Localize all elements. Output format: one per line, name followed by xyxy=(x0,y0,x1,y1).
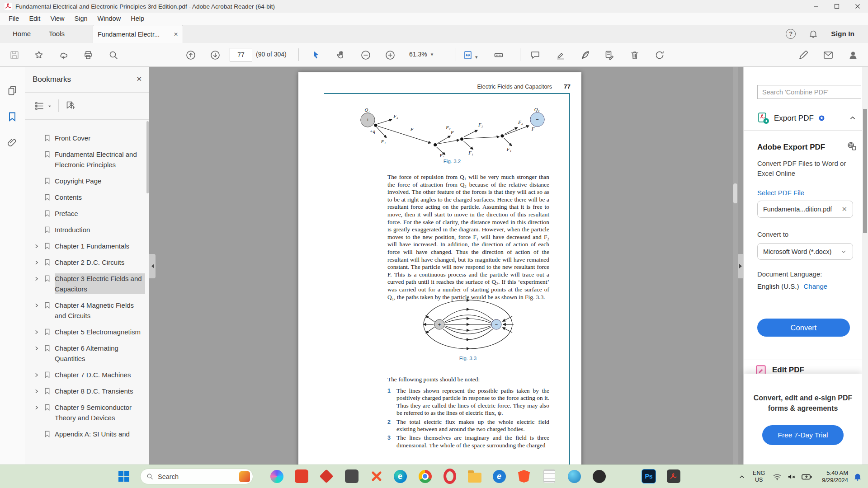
print-icon[interactable] xyxy=(83,50,94,61)
bookmark-item[interactable]: Chapter 5 Electromagnetism xyxy=(25,324,146,340)
chevron-right-icon[interactable] xyxy=(34,273,44,284)
cloud-upload-icon[interactable] xyxy=(58,50,69,61)
remove-file-icon[interactable]: ✕ xyxy=(841,205,847,213)
bookmarks-scrollbar[interactable] xyxy=(146,121,149,193)
email-icon[interactable] xyxy=(823,50,834,61)
sign-in-button[interactable]: Sign In xyxy=(831,30,854,38)
change-language-link[interactable]: Change xyxy=(804,282,828,290)
wifi-icon[interactable] xyxy=(772,472,782,482)
minimize-button[interactable] xyxy=(806,0,826,13)
chevron-right-icon[interactable] xyxy=(34,386,44,396)
attachments-icon[interactable] xyxy=(7,137,18,148)
notepad-icon[interactable] xyxy=(541,468,558,485)
app-icon-orange-x[interactable] xyxy=(368,468,385,485)
menu-edit[interactable]: Edit xyxy=(24,13,45,25)
language-indicator[interactable]: ENGUS xyxy=(753,470,765,483)
collapse-export-icon[interactable] xyxy=(849,114,857,122)
edge-icon[interactable]: e xyxy=(392,468,409,485)
next-page-icon[interactable] xyxy=(210,50,221,61)
zoom-out-icon[interactable] xyxy=(360,50,371,61)
select-tool-icon[interactable] xyxy=(311,50,321,61)
tray-chevron-up-icon[interactable] xyxy=(737,472,746,481)
tab-home[interactable]: Home xyxy=(11,25,33,43)
menu-file[interactable]: File xyxy=(4,13,24,25)
bookmarks-close-icon[interactable]: ✕ xyxy=(136,75,142,83)
chevron-right-icon[interactable] xyxy=(34,370,44,380)
draw-pen-icon[interactable] xyxy=(580,50,590,61)
close-button[interactable] xyxy=(847,0,868,13)
bookmark-item[interactable]: Fundamental Electrical and Electronic Pr… xyxy=(25,146,146,173)
maximize-button[interactable] xyxy=(826,0,847,13)
page-number-input[interactable] xyxy=(230,48,252,61)
chrome-icon[interactable] xyxy=(416,468,434,485)
zoom-in-icon[interactable] xyxy=(385,50,396,61)
bookmark-item[interactable]: Appendix A: SI Units and xyxy=(25,426,146,442)
opera-icon[interactable] xyxy=(441,468,458,485)
notifications-bell-icon[interactable] xyxy=(808,29,818,39)
chevron-right-icon[interactable] xyxy=(34,257,44,267)
comment-icon[interactable] xyxy=(530,50,541,61)
free-trial-button[interactable]: Free 7-Day Trial xyxy=(762,425,844,445)
bookmark-item[interactable]: Introduction xyxy=(25,222,146,238)
collapse-right-panel-handle[interactable] xyxy=(737,254,744,278)
bookmark-item[interactable]: Contents xyxy=(25,189,146,206)
taskbar-search[interactable]: Search xyxy=(140,469,253,484)
bookmark-item[interactable]: Chapter 2 D.C. Circuits xyxy=(25,254,146,271)
bookmarks-panel-icon[interactable] xyxy=(7,111,18,122)
chevron-right-icon[interactable] xyxy=(34,300,44,310)
select-pdf-file-link[interactable]: Select PDF File xyxy=(757,189,804,197)
chevron-right-icon[interactable] xyxy=(34,402,44,413)
chevron-right-icon[interactable] xyxy=(34,327,44,337)
sign-document-icon[interactable] xyxy=(604,50,615,61)
panel-scrollbar-thumb[interactable] xyxy=(863,109,867,233)
bookmark-item[interactable]: Chapter 8 D.C. Transients xyxy=(25,383,146,399)
document-scrollbar-thumb[interactable] xyxy=(733,183,737,203)
copilot-icon[interactable] xyxy=(268,468,285,485)
bookmark-item[interactable]: Preface xyxy=(25,206,146,222)
bookmark-item[interactable]: Chapter 4 Magnetic Fields and Circuits xyxy=(25,297,146,324)
collapse-left-panel-handle[interactable] xyxy=(149,254,156,278)
star-icon[interactable] xyxy=(33,50,44,61)
scroll-mode-icon[interactable] xyxy=(493,50,504,61)
chevron-right-icon[interactable] xyxy=(34,343,44,353)
fit-width-icon[interactable] xyxy=(462,50,473,61)
menu-help[interactable]: Help xyxy=(126,13,149,25)
help-icon[interactable]: ? xyxy=(786,29,796,39)
document-scrollbar[interactable] xyxy=(733,67,738,465)
notification-bell-icon[interactable] xyxy=(853,472,863,482)
app-icon-blue-circle[interactable] xyxy=(566,468,583,485)
browser-e-icon[interactable]: e xyxy=(491,468,508,485)
brave-icon[interactable] xyxy=(515,468,533,485)
bookmark-item[interactable]: Chapter 7 D.C. Machines xyxy=(25,367,146,383)
menu-sign[interactable]: Sign xyxy=(70,13,93,25)
convert-button[interactable]: Convert xyxy=(757,319,850,337)
app-icon-red-square[interactable] xyxy=(293,468,310,485)
app-icon-dark-square[interactable] xyxy=(343,468,360,485)
selected-file-chip[interactable]: Fundamenta...dition.pdf ✕ xyxy=(757,201,853,218)
previous-page-icon[interactable] xyxy=(185,50,196,61)
bookmarks-options-icon[interactable] xyxy=(34,100,45,111)
rotate-icon[interactable] xyxy=(654,50,665,61)
acrobat-icon[interactable] xyxy=(665,468,682,485)
export-pdf-header[interactable]: Export PDF xyxy=(757,112,825,124)
hand-tool-icon[interactable] xyxy=(336,50,347,61)
start-button[interactable] xyxy=(115,468,132,485)
bookmark-item[interactable]: Chapter 9 Semiconductor Theory and Devic… xyxy=(25,399,146,426)
search-highlight-icon[interactable] xyxy=(239,471,250,482)
battery-charging-icon[interactable] xyxy=(801,472,813,482)
menu-view[interactable]: View xyxy=(45,13,69,25)
photoshop-icon[interactable]: Ps xyxy=(640,468,657,485)
file-explorer-icon[interactable] xyxy=(466,468,483,485)
save-icon[interactable] xyxy=(9,50,20,61)
app-icon-black-circle[interactable] xyxy=(590,468,608,485)
expand-current-bookmark-icon[interactable] xyxy=(65,100,75,111)
bookmark-item[interactable]: Front Cover xyxy=(25,130,146,146)
zoom-level-dropdown[interactable]: 61.3%▾ xyxy=(409,51,433,58)
fit-width-caret-icon[interactable]: ▾ xyxy=(475,52,486,63)
tools-search-input[interactable] xyxy=(757,85,861,99)
chevron-right-icon[interactable] xyxy=(34,241,44,251)
bookmark-item[interactable]: Chapter 6 Alternating Quantities xyxy=(25,340,146,367)
bookmark-item[interactable]: Copyright Page xyxy=(25,173,146,189)
search-icon[interactable] xyxy=(108,50,119,61)
bookmark-item-selected[interactable]: Chapter 3 Electric Fields and Capacitors xyxy=(25,271,146,297)
